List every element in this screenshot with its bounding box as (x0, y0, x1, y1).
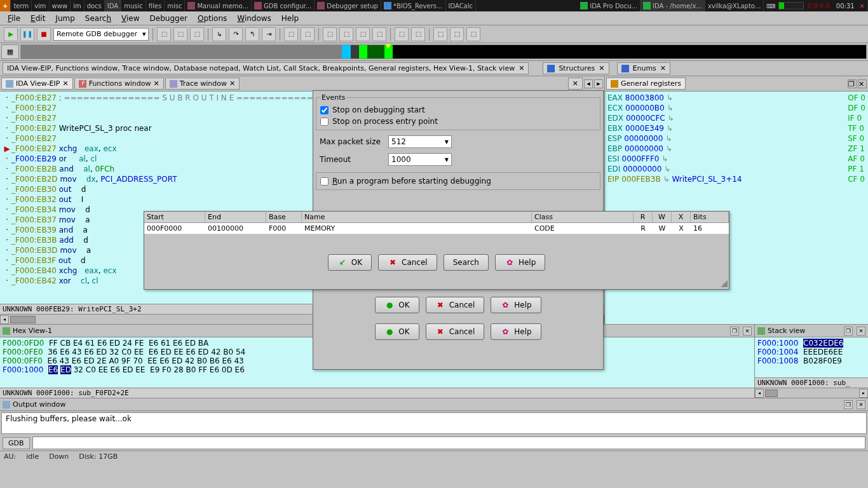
tool-icon[interactable]: ⬚ (301, 27, 315, 41)
max-packet-combo[interactable]: 512▼ (388, 135, 452, 148)
taskbar-window[interactable]: IDA - /home/x... (641, 0, 705, 11)
taskbar-window[interactable]: GDB configur... (252, 0, 315, 11)
step-over-icon[interactable]: ↷ (229, 27, 243, 41)
tool-icon[interactable]: ⬚ (395, 27, 409, 41)
search-button[interactable]: Search (444, 254, 489, 271)
cancel-button[interactable]: ✖Cancel (378, 254, 437, 271)
close-icon[interactable]: ✕ (743, 327, 752, 336)
timeout-combo[interactable]: 1000▼ (388, 153, 452, 166)
menu-file[interactable]: File (3, 13, 25, 24)
tool-icon[interactable]: ⬚ (411, 27, 425, 41)
help-button[interactable]: ✿Help (491, 297, 541, 313)
taskbar-window[interactable]: IDA Pro Docu... (578, 0, 641, 11)
close-icon[interactable]: ✕ (573, 79, 578, 88)
close-icon[interactable]: ✕ (599, 64, 604, 72)
nav-config-icon[interactable]: ▦ (1, 44, 19, 59)
gdb-input[interactable] (32, 437, 865, 449)
ok-button[interactable]: ↙OK (328, 254, 372, 271)
tool-icon[interactable]: ⬚ (173, 27, 187, 41)
scroll-right-icon[interactable]: ▸ (594, 79, 603, 88)
taskbar-item[interactable]: im (71, 0, 85, 11)
taskbar-item[interactable]: music (121, 0, 146, 11)
close-icon[interactable]: ✕ (519, 64, 524, 72)
taskbar-item[interactable]: IDA (105, 0, 121, 11)
close-icon[interactable]: ✕ (62, 79, 68, 88)
memory-config-dialog[interactable]: Start End Base Name Class R W X Bits 000… (144, 211, 729, 290)
ok-button[interactable]: ●OK (375, 323, 419, 340)
pause-button[interactable]: ❚❚ (20, 27, 34, 41)
run-button[interactable]: ▶ (4, 27, 18, 41)
close-icon[interactable]: ✕ (857, 0, 868, 11)
scroll-left-icon[interactable]: ◂ (584, 79, 593, 88)
help-button[interactable]: ✿Help (491, 323, 541, 340)
taskbar-window[interactable]: IDACalc (446, 0, 477, 11)
tab-enums[interactable]: Enums✕ (617, 62, 671, 74)
keyboard-icon[interactable]: ⌨ (764, 3, 778, 10)
tab-combined[interactable]: IDA View-EIP, Functions window, Trace wi… (3, 62, 529, 74)
restore-icon[interactable]: ❐ (730, 327, 739, 336)
close-icon[interactable]: ✕ (857, 327, 865, 336)
run-before-checkbox[interactable]: Run a program before starting debugging (320, 175, 596, 187)
tab-ida-view[interactable]: IDA View-EIP✕ (1, 78, 73, 90)
navigation-band[interactable]: ▦ ▼ (0, 43, 868, 61)
help-button[interactable]: ✿Help (495, 254, 545, 271)
taskbar-menu-icon[interactable]: + (0, 0, 11, 11)
taskbar-item[interactable]: files (146, 0, 165, 11)
taskbar-window[interactable]: Manual memo... (185, 0, 252, 11)
tab-structures[interactable]: Structures✕ (543, 62, 609, 74)
taskbar-item[interactable]: www (50, 0, 71, 11)
close-icon[interactable]: ✕ (858, 79, 867, 88)
step-out-icon[interactable]: ↰ (245, 27, 259, 41)
taskbar-item[interactable]: vim (32, 0, 49, 11)
menu-view[interactable]: View (116, 13, 144, 24)
restore-icon[interactable]: ❐ (844, 400, 853, 409)
menu-edit[interactable]: Edit (25, 13, 50, 24)
memory-table-row[interactable]: 000F0000 00100000 F000 MEMORY CODE R W X… (144, 223, 729, 234)
cancel-button[interactable]: ✖Cancel (426, 323, 485, 340)
tool-icon[interactable]: ⬚ (433, 27, 447, 41)
menu-debugger[interactable]: Debugger (145, 13, 193, 24)
tool-icon[interactable]: ⬚ (190, 27, 204, 41)
close-icon[interactable]: ✕ (857, 400, 865, 409)
gdb-button[interactable]: GDB (3, 437, 30, 449)
menu-help[interactable]: Help (276, 13, 304, 24)
stop-debug-start-checkbox[interactable]: Stop on debugging start (320, 104, 596, 116)
tool-icon[interactable]: ⬚ (157, 27, 171, 41)
cancel-button[interactable]: ✖Cancel (426, 297, 485, 313)
tab-functions[interactable]: fFunctions window✕ (74, 78, 164, 90)
taskbar-window[interactable]: *BIOS_Revers... (381, 0, 446, 11)
tool-icon[interactable]: ⬚ (284, 27, 298, 41)
close-icon[interactable]: ✕ (660, 64, 666, 72)
horizontal-scrollbar[interactable]: ◂▸ (755, 388, 868, 398)
taskbar-item[interactable]: term (11, 0, 32, 11)
ok-button[interactable]: ●OK (375, 297, 419, 313)
tab-general-registers[interactable]: General registers (606, 78, 686, 90)
tool-icon[interactable]: ⬚ (372, 27, 386, 41)
menu-search[interactable]: Search (80, 13, 116, 24)
tab-trace[interactable]: Trace window✕ (165, 78, 240, 90)
taskbar-item[interactable]: misc (165, 0, 185, 11)
stack-view[interactable]: F000:1000 C032EDE6F000:1004 EEEDE6EEF000… (755, 337, 868, 377)
debugger-select[interactable]: Remote GDB debugger▾ (53, 28, 149, 41)
tool-icon[interactable]: ⬚ (450, 27, 464, 41)
taskbar-item[interactable]: docs (85, 0, 105, 11)
tool-icon[interactable]: ⬚ (339, 27, 353, 41)
menu-windows[interactable]: Windows (232, 13, 276, 24)
restore-icon[interactable]: ❐ (844, 327, 853, 336)
menu-options[interactable]: Options (193, 13, 232, 24)
output-view[interactable]: Flushing buffers, please wait...ok (1, 412, 867, 434)
run-to-icon[interactable]: ⇥ (262, 27, 276, 41)
close-icon[interactable]: ✕ (153, 79, 159, 88)
taskbar-window[interactable]: Debugger setup (315, 0, 381, 11)
resize-grip-icon[interactable]: ◢ (721, 278, 728, 288)
restore-icon[interactable]: ❐ (848, 79, 857, 88)
stop-entry-checkbox[interactable]: Stop on process entry point (320, 116, 596, 127)
tool-icon[interactable]: ⬚ (466, 27, 480, 41)
tool-icon[interactable]: ⬚ (323, 27, 337, 41)
tool-icon[interactable]: ⬚ (356, 27, 370, 41)
menu-jump[interactable]: Jump (50, 13, 79, 24)
close-icon[interactable]: ✕ (229, 79, 235, 88)
stop-button[interactable]: ■ (37, 27, 51, 41)
step-into-icon[interactable]: ↳ (212, 27, 226, 41)
tab-hidden[interactable]: ✕ (568, 78, 583, 90)
